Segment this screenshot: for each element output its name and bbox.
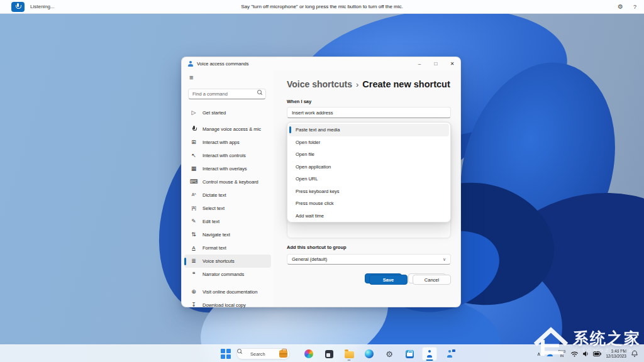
edit-icon: ✎ <box>190 219 197 224</box>
group-select-value: General (default) <box>292 256 327 262</box>
sidebar-item-format-text[interactable]: A Format text <box>182 241 274 255</box>
microphone-button[interactable] <box>11 2 25 12</box>
sidebar-item-voice-shortcuts[interactable]: ≣ Voice shortcuts <box>184 255 271 268</box>
sidebar-item-select-text[interactable]: [A] Select text <box>182 202 274 215</box>
battery-icon[interactable] <box>593 351 601 356</box>
group-select[interactable]: General (default) ∨ <box>287 254 451 265</box>
taskbar-app-icons: ⚙ <box>299 345 460 362</box>
taskbar-settings-gear-icon[interactable]: ⚙ <box>379 346 399 361</box>
taskbar-people-app-icon[interactable] <box>440 346 460 361</box>
language-indicator[interactable]: ENG IN <box>558 349 566 358</box>
hamburger-menu-icon[interactable]: ≡ <box>189 74 198 81</box>
sidebar-item-narrator-commands[interactable]: ❝ Narrator commands <box>182 268 274 281</box>
sidebar-item-download-local-copy[interactable]: ↧ Download local copy <box>182 299 274 312</box>
navigate-icon: ⇅ <box>190 232 197 238</box>
taskbar-dark-app-icon[interactable] <box>319 346 339 361</box>
microphone-icon <box>190 126 197 133</box>
taskbar-voice-access-icon[interactable] <box>419 346 440 361</box>
when-i-say-label: When I say <box>287 99 311 104</box>
voice-settings-gear-icon[interactable]: ⚙ <box>618 3 623 10</box>
chevron-down-icon: ∨ <box>443 257 446 262</box>
shortcut-phrase-input[interactable] <box>287 107 451 118</box>
action-option-open-folder[interactable]: Open folder <box>289 136 449 149</box>
wifi-icon[interactable] <box>570 351 579 357</box>
sidebar-item-visit-online-documentation[interactable]: ⊕ Visit online documentation <box>182 285 274 299</box>
apps-grid-icon: ⊞ <box>190 140 197 145</box>
download-icon: ↧ <box>190 302 197 308</box>
save-button[interactable]: Save <box>369 275 408 285</box>
dictate-icon: Aᴬ <box>190 193 197 197</box>
person-headset-icon <box>426 350 433 358</box>
globe-icon: ⊕ <box>190 289 197 295</box>
sidebar-item-navigate-text[interactable]: ⇅ Navigate text <box>182 228 274 241</box>
select-text-icon: [A] <box>190 206 197 211</box>
sidebar-item-label: Format text <box>203 245 226 251</box>
taskbar-file-explorer-icon[interactable] <box>339 346 359 361</box>
sidebar-item-manage-voice-access-mic[interactable]: Manage voice access & mic <box>182 123 274 136</box>
sidebar-item-label: Interact with controls <box>203 153 246 158</box>
action-option-press-mouse-click[interactable]: Press mouse click <box>289 197 449 210</box>
sidebar-item-label: Select text <box>203 206 225 211</box>
maximize-button[interactable]: □ <box>428 57 444 70</box>
action-option-label: Open application <box>296 164 331 170</box>
voice-status-text: Listening... <box>30 4 55 9</box>
sidebar-item-interact-with-overlays[interactable]: ▦ Interact with overlays <box>182 162 274 175</box>
sidebar-item-label: Edit text <box>203 219 219 224</box>
voice-access-commands-window: Voice access commands – □ ✕ ≡ ▷ Get star <box>181 57 461 307</box>
action-option-open-url[interactable]: Open URL <box>289 173 449 185</box>
group-label: Add this shortcut to group <box>287 244 347 250</box>
action-option-open-file[interactable]: Open file <box>289 148 449 161</box>
commands-sidebar: ≡ ▷ Get started Manage voice access & mi… <box>182 70 274 307</box>
sidebar-item-label: Download local copy <box>203 302 246 308</box>
system-tray: ∧ ☁ ENG IN <box>537 345 644 362</box>
sidebar-item-edit-text[interactable]: ✎ Edit text <box>182 215 274 228</box>
action-option-add-wait-time[interactable]: Add wait time <box>289 210 449 222</box>
voice-access-app-icon <box>187 61 193 67</box>
volume-icon[interactable] <box>582 351 589 357</box>
sidebar-item-dictate-text[interactable]: Aᴬ Dictate text <box>182 189 274 202</box>
microphone-icon <box>15 3 21 10</box>
sidebar-item-label: Navigate text <box>203 232 230 238</box>
sidebar-nav: ▷ Get started Manage voice access & mic … <box>182 106 274 281</box>
close-button[interactable]: ✕ <box>444 57 460 70</box>
sidebar-item-control-mouse-keyboard[interactable]: ⌨ Control mouse & keyboard <box>182 175 274 189</box>
format-icon: A <box>190 246 197 251</box>
sidebar-item-interact-with-controls[interactable]: ↖ Interact with controls <box>182 149 274 162</box>
voice-shortcuts-icon: ≣ <box>190 258 197 264</box>
action-option-label: Add wait time <box>296 213 324 219</box>
sidebar-footer-nav: ⊕ Visit online documentation ↧ Download … <box>182 285 274 312</box>
sidebar-item-interact-with-apps[interactable]: ⊞ Interact with apps <box>182 136 274 149</box>
taskbar-store-icon[interactable] <box>399 346 419 361</box>
action-option-press-keyboard-keys[interactable]: Press keyboard keys <box>289 185 449 198</box>
taskbar-pinwheel-app-icon[interactable] <box>299 346 319 361</box>
taskbar-clock[interactable]: 5:46 PM 12/13/2023 <box>606 349 626 359</box>
tray-date: 12/13/2023 <box>606 354 626 359</box>
start-button[interactable] <box>221 349 231 359</box>
shortcut-editor-panel: Voice shortcuts › Create new shortcut Wh… <box>274 70 460 307</box>
taskbar: Search ⚙ ∧ ☁ ENG IN <box>0 344 644 362</box>
play-icon: ▷ <box>190 110 197 116</box>
voice-help-icon[interactable]: ? <box>633 4 636 10</box>
action-option-paste-text-and-media[interactable]: Paste text and media <box>289 124 449 136</box>
taskbar-search[interactable]: Search <box>236 348 290 359</box>
voice-access-bar: Listening... Say "turn off microphone" o… <box>0 0 644 14</box>
notification-bell-icon[interactable] <box>631 350 638 358</box>
action-option-label: Press mouse click <box>296 200 333 206</box>
window-titlebar[interactable]: Voice access commands – □ ✕ <box>182 57 460 70</box>
sidebar-item-label: Narrator commands <box>203 272 244 277</box>
taskbar-edge-icon[interactable] <box>359 346 379 361</box>
minimize-button[interactable]: – <box>411 57 428 70</box>
action-option-open-application[interactable]: Open application <box>289 161 449 173</box>
sidebar-item-label: Interact with overlays <box>203 166 247 172</box>
voice-hint-text: Say "turn off microphone" or long press … <box>241 4 403 9</box>
cursor-icon: ↖ <box>190 153 197 158</box>
cancel-button[interactable]: Cancel <box>413 275 451 285</box>
overlay-grid-icon: ▦ <box>190 166 197 172</box>
sidebar-item-label: Get started <box>203 110 226 116</box>
sidebar-item-get-started[interactable]: ▷ Get started <box>182 106 274 119</box>
search-icon <box>257 90 262 95</box>
hidden-icons-chevron-icon[interactable]: ∧ <box>537 351 541 357</box>
sidebar-item-label: Visit online documentation <box>203 289 257 295</box>
onedrive-cloud-icon[interactable]: ☁ <box>547 351 553 358</box>
find-command-input[interactable] <box>188 89 266 99</box>
